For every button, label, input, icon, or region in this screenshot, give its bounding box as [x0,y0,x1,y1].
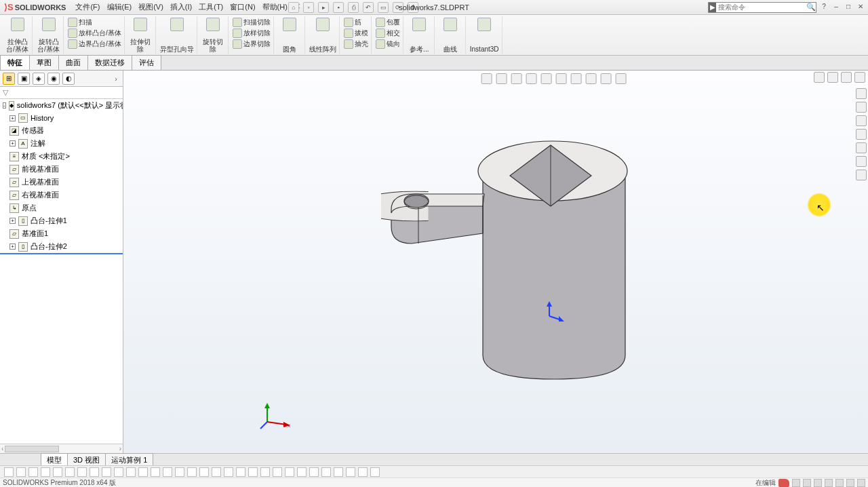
tree-front-plane[interactable]: ▱前视基准面 [0,163,123,176]
status-icon[interactable] [857,479,865,487]
vp-print-icon[interactable] [814,72,825,83]
expand-icon[interactable]: + [9,140,16,147]
bt-icon[interactable] [248,467,258,477]
tree-tab-display-icon[interactable]: ◐ [62,73,75,85]
tab-evaluate[interactable]: 评估 [132,55,161,70]
tree-extrude1[interactable]: +▯凸台-拉伸1 [0,214,123,227]
tree-top-plane[interactable]: ▱上视基准面 [0,176,123,189]
menu-window[interactable]: 窗口(N) [230,2,255,12]
bt-icon[interactable] [28,467,38,477]
tree-root[interactable]: -◆solidworks7 (默认<<默认> 显示状 [0,99,123,112]
prev-view-icon[interactable] [511,73,522,84]
taskpane-file-explorer-icon[interactable] [856,115,867,126]
bt-icon[interactable] [297,467,307,477]
bt-icon[interactable] [273,467,282,477]
bt-icon[interactable] [224,467,233,477]
bt-icon[interactable] [90,467,99,477]
tree-material[interactable]: ≡材质 <未指定> [0,150,123,163]
search-input[interactable] [716,3,806,11]
bt-icon[interactable] [138,467,148,477]
view-settings-icon[interactable] [616,73,627,84]
status-icon[interactable] [814,479,822,487]
bt-icon[interactable] [236,467,245,477]
rib-reference[interactable]: 参考... [405,16,435,54]
rib-draft[interactable]: 拔模 [344,28,368,38]
rib-mirror[interactable]: 镜向 [376,39,400,49]
menu-tools[interactable]: 工具(T) [199,2,223,12]
expand-icon[interactable]: + [9,218,16,224]
help-icon[interactable]: ? [819,3,829,12]
select-icon[interactable]: ▭ [378,2,389,13]
expand-icon[interactable]: + [9,244,16,250]
rib-loft[interactable]: 放样凸台/基体 [68,28,121,38]
tab-sketch[interactable]: 草图 [29,55,59,70]
tree-right-plane[interactable]: ▱右视基准面 [0,189,123,201]
tree-tab-config-icon[interactable]: ◈ [33,73,45,85]
hide-show-icon[interactable] [571,73,582,84]
search-box[interactable]: ▶ 🔍 [708,2,816,13]
tree-expand-icon[interactable]: › [112,75,120,83]
tree-plane1[interactable]: ▱基准面1 [0,227,123,240]
rib-instant3d[interactable]: Instant3D [467,16,502,54]
rib-intersect[interactable]: 相交 [376,28,400,38]
rib-sweep[interactable]: 扫描 [68,18,121,27]
view-orient-icon[interactable] [541,73,552,84]
rib-sweep-cut[interactable]: 扫描切除 [233,18,271,27]
menu-insert[interactable]: 插入(I) [170,2,192,12]
bt-icon[interactable] [16,467,26,477]
scroll-thumb[interactable] [5,446,59,452]
scroll-left-icon[interactable]: ‹ [1,445,3,452]
bt-icon[interactable] [309,467,319,477]
status-icon[interactable] [792,479,800,487]
taskpane-appearances-icon[interactable] [856,142,867,153]
bt-icon[interactable] [151,467,160,477]
rib-extrude-boss[interactable]: 拉伸凸台/基体 [3,16,33,54]
zoom-fit-icon[interactable] [481,73,492,84]
menu-help[interactable]: 帮助(H) [262,2,288,12]
tab-dimxpert[interactable]: 数据迁移 [87,55,132,70]
print-icon[interactable]: ⎙ [348,2,359,13]
rib-boundary-cut[interactable]: 边界切除 [233,39,271,49]
bt-icon[interactable] [65,467,75,477]
tree-annotations[interactable]: +A注解 [0,137,123,150]
bt-icon[interactable] [260,467,270,477]
save-icon[interactable]: ▪ [333,2,344,13]
status-icon[interactable] [846,479,854,487]
rib-fillet[interactable]: 圆角 [275,16,305,54]
tree-origin[interactable]: ↳原点 [0,201,123,214]
tree-tab-feature-icon[interactable]: ⊞ [3,73,15,85]
menu-edit[interactable]: 编辑(E) [107,2,132,12]
search-icon[interactable]: 🔍 [806,3,816,12]
bt-icon[interactable] [77,467,87,477]
expand-icon[interactable]: + [9,115,16,121]
status-icon[interactable] [835,479,844,487]
rib-hole-wizard[interactable]: 异型孔向导 [157,16,197,54]
bt-icon[interactable] [175,467,184,477]
bt-icon[interactable] [334,467,343,477]
vp-min-icon[interactable] [827,72,838,83]
bt-icon[interactable] [4,467,14,477]
home-icon[interactable]: ⌂ [288,2,299,13]
zoom-area-icon[interactable] [496,73,507,84]
rib-linear-pattern[interactable]: 线性阵列 [307,16,340,54]
taskpane-forum-icon[interactable] [856,170,867,180]
rib-curves[interactable]: 曲线 [436,16,466,54]
status-icon[interactable] [803,479,811,487]
vp-max-icon[interactable] [841,72,852,83]
bt-icon[interactable] [102,467,111,477]
bt-icon[interactable] [199,467,209,477]
scroll-right-icon[interactable]: › [119,445,121,452]
bt-icon[interactable] [358,467,368,477]
display-style-icon[interactable] [556,73,567,84]
rib-loft-cut[interactable]: 放样切除 [233,28,271,38]
expand-icon[interactable]: - [3,102,6,109]
bt-icon[interactable] [346,467,355,477]
vp-close-icon[interactable] [854,72,865,83]
tree-history[interactable]: +▭History [0,112,123,124]
taskpane-view-palette-icon[interactable] [856,129,867,140]
rib-boundary[interactable]: 边界凸台/基体 [68,39,121,49]
tree-filter[interactable]: ▽ [0,87,123,99]
section-view-icon[interactable] [526,73,537,84]
bt-icon[interactable] [321,467,331,477]
bt-icon[interactable] [163,467,172,477]
